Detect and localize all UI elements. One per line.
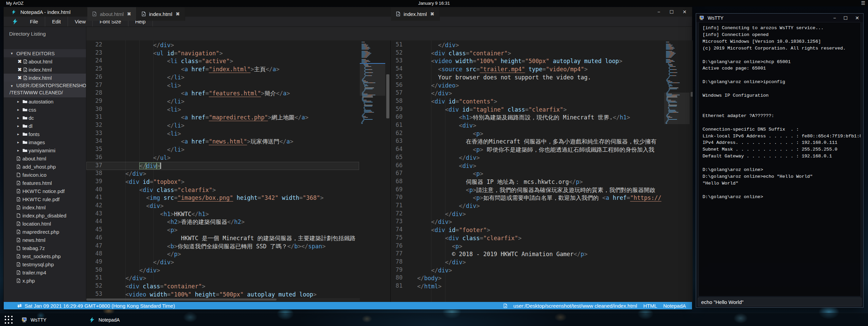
menu-item-file[interactable]: File — [23, 17, 45, 26]
sidebar-folder-item[interactable]: ▸ images — [4, 138, 86, 146]
horizontal-scrollbar[interactable] — [86, 298, 360, 301]
sidebar-folder-item[interactable]: ▸ dl — [4, 122, 86, 130]
code-line-69[interactable]: <p>請注意，我們的伺服器為確保玩家及遊玩時的質素，我們對的服器開啟 — [391, 186, 663, 194]
code-line-40[interactable]: <div class="clearfix"> — [86, 186, 359, 194]
chevron-right-icon[interactable]: ▸ — [17, 108, 19, 112]
sidebar-file-item[interactable]: news.html — [4, 236, 86, 244]
code-line-75[interactable]: <div class="clearfix"> — [391, 234, 663, 242]
code-line-72[interactable]: </div> — [391, 210, 663, 218]
code-line-38[interactable]: </div> — [86, 170, 359, 178]
code-line-62[interactable]: <p> — [391, 130, 663, 138]
code-line-28[interactable]: <a href="features.html">簡介</a> — [86, 89, 359, 97]
code-line-74[interactable]: <div id="footer"> — [391, 226, 663, 234]
chevron-right-icon[interactable]: ▸ — [17, 124, 19, 128]
sidebar-file-item[interactable]: add_vhost.php — [4, 162, 86, 171]
minimize-button[interactable]: − — [833, 15, 836, 21]
code-line-68[interactable]: 伺服器 IP 地址為： mcs.hkwtc.org</p> — [391, 178, 663, 186]
editor-pane-2[interactable]: 5152535455565758596061626364656667686970… — [390, 40, 693, 302]
code-line-76[interactable]: <p> — [391, 242, 663, 250]
taskbar-item-wstty[interactable]: WsTTY — [21, 313, 47, 326]
code-line-23[interactable]: <ul id="navigation"> — [86, 49, 359, 57]
code-line-73[interactable]: </div> — [391, 218, 663, 226]
code-line-71[interactable]: </div> — [391, 202, 663, 210]
sidebar-file-item[interactable]: about.html — [4, 154, 86, 162]
sidebar-file-item[interactable]: location.html — [4, 219, 86, 228]
code-line-53[interactable]: <video width="100%" height="500px" autop… — [86, 290, 359, 299]
sidebar-file-item[interactable]: mapredirect.php — [4, 228, 86, 236]
scrollbar-thumb[interactable] — [386, 74, 389, 118]
code-line-81[interactable]: </html> — [391, 282, 663, 290]
code-line-45[interactable]: <p> — [86, 226, 359, 234]
sidebar-folder-item[interactable]: ▸ autostation — [4, 97, 86, 106]
tab-close-icon[interactable]: ✖ — [176, 11, 180, 17]
tab-close-icon[interactable]: ✖ — [430, 11, 434, 17]
open-editor-item[interactable]: ✖ index.html — [4, 74, 86, 82]
code-line-52[interactable]: <div class="container"> — [391, 49, 663, 57]
code-line-37[interactable]: </div> — [86, 162, 359, 170]
terminal-output[interactable]: [info] Conencting to arozos WsTTY servic… — [698, 22, 861, 296]
code-line-39[interactable]: <div id="topbox"> — [86, 178, 359, 186]
close-icon[interactable]: ✖ — [18, 75, 22, 80]
sidebar-folder-item[interactable]: ▸ yamiyamimi — [4, 146, 86, 154]
sidebar-folder-item[interactable]: ▸ css — [4, 106, 86, 114]
editor-tab-index.html[interactable]: index.html✖ — [391, 7, 440, 21]
code-line-35[interactable]: </li> — [86, 146, 359, 154]
sidebar-file-item[interactable]: testmysql.php — [4, 260, 86, 268]
code-line-70[interactable]: <p>如有問題或需要申請白名單，歡迎加入我們的 <a href="https:/… — [391, 194, 663, 202]
code-line-54[interactable]: <source src="trailer.mp4" type="video/mp… — [391, 65, 663, 73]
code-line-51[interactable]: </div> — [86, 274, 359, 282]
chevron-down-icon[interactable]: ▾ — [11, 51, 13, 56]
editor-tab-index.html[interactable]: index.html✖ — [137, 7, 185, 21]
maximize-button[interactable]: ☐ — [844, 15, 848, 21]
sidebar-section-workspace[interactable]: ▾ USER:/DESKTOP/SCREENSHOT /TEST/WWW CLE… — [4, 82, 86, 97]
taskbar-item-notepada[interactable]: NotepadA — [89, 313, 120, 326]
editor-tab-about.html[interactable]: about.html✖ — [87, 7, 137, 21]
sidebar-folder-item[interactable]: ▸ dc — [4, 114, 86, 122]
sidebar-file-item[interactable]: HKWTC notice.pdf — [4, 187, 86, 195]
code-line-29[interactable]: </li> — [86, 97, 359, 106]
code-line-64[interactable]: <p> 即使你不是建築師，你也能透過紅石師或鐵路工程師的身份加入我 — [391, 146, 663, 154]
chevron-down-icon[interactable]: ▾ — [11, 84, 13, 88]
sidebar-file-item[interactable]: teabag.7z — [4, 244, 86, 252]
code-line-25[interactable]: <a href="index.html">主頁</a> — [86, 65, 359, 73]
sidebar-file-item[interactable]: features.html — [4, 179, 86, 187]
open-editor-item[interactable]: ✖ index.html — [4, 65, 86, 74]
sidebar-file-item[interactable]: test_sockets.php — [4, 252, 86, 260]
code-line-43[interactable]: <h1>HKWTC</h1> — [86, 210, 359, 218]
editor-pane-1[interactable]: 2223242526272829303132333435363738394041… — [86, 40, 390, 302]
chevron-right-icon[interactable]: ▸ — [17, 148, 19, 153]
chevron-right-icon[interactable]: ▸ — [17, 116, 19, 120]
maximize-button[interactable]: ☐ — [668, 9, 676, 15]
vertical-scrollbar[interactable] — [385, 40, 390, 302]
hamburger-menu-icon[interactable]: ☰ — [861, 0, 865, 6]
statusbar-mode[interactable]: HTML — [643, 303, 657, 309]
code-line-48[interactable]: </p> — [86, 250, 359, 258]
code-line-31[interactable]: <a href="mapredirect.php">網上地圖</a> — [86, 113, 359, 121]
code-line-56[interactable]: </video> — [391, 81, 663, 90]
minimap[interactable] — [360, 40, 385, 302]
chevron-right-icon[interactable]: ▸ — [17, 99, 19, 104]
code-line-55[interactable]: Your browser does not support the video … — [391, 73, 663, 81]
launcher-grid-icon[interactable] — [5, 316, 13, 324]
vertical-scrollbar[interactable] — [690, 40, 693, 302]
open-editor-item[interactable]: ✖ about.html — [4, 57, 86, 65]
statusbar-filepath[interactable]: user:/Desktop/screenshot/test/www cleane… — [513, 303, 637, 309]
chevron-right-icon[interactable]: ▸ — [17, 132, 19, 136]
code-line-34[interactable]: <a href="news.html">玩家傳送門</a> — [86, 137, 359, 146]
code-line-50[interactable]: </div> — [86, 266, 359, 274]
sidebar-file-item[interactable]: favicon.ico — [4, 171, 86, 179]
sidebar-file-item[interactable]: trailer.mp4 — [4, 268, 86, 276]
close-button[interactable]: ✕ — [855, 15, 859, 21]
code-line-46[interactable]: HKWTC 是一個 Minecraft 的建築伺服器，主要建築計劃包括鐵路 — [86, 234, 359, 242]
code-line-67[interactable]: <p> — [391, 170, 663, 178]
code-line-78[interactable]: </div> — [391, 258, 663, 266]
code-line-77[interactable]: © 2018 - 2019 HKWTC Animation Gamer</p> — [391, 250, 663, 258]
code-line-27[interactable]: <li> — [86, 81, 359, 90]
sidebar-file-item[interactable]: index.php_disabled — [4, 211, 86, 219]
terminal-input[interactable]: echo "Hello World" — [698, 298, 862, 306]
code-line-36[interactable]: </ul> — [86, 154, 359, 162]
close-icon[interactable]: ✖ — [18, 59, 22, 64]
code-area[interactable]: </div> <div class="container"> <video wi… — [391, 40, 663, 302]
code-line-79[interactable]: </div> — [391, 266, 663, 274]
code-line-33[interactable]: <li> — [86, 130, 359, 138]
